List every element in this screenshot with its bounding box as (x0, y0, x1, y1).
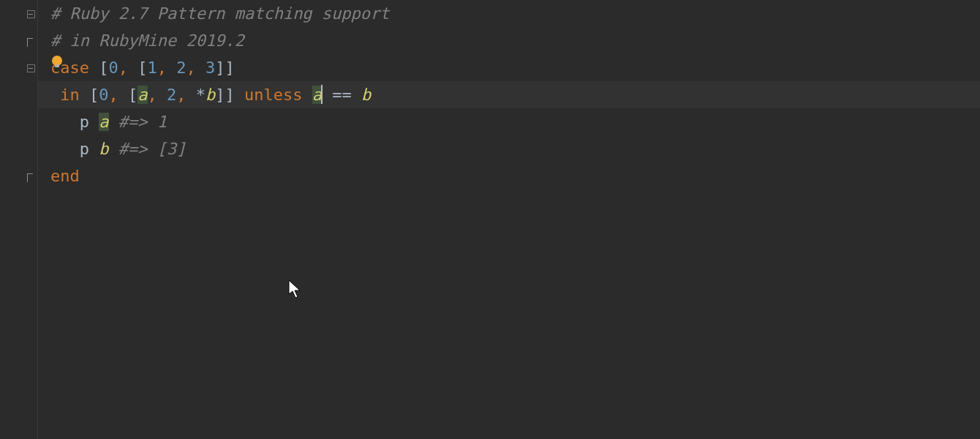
code-area[interactable]: # Ruby 2.7 Pattern matching support # in… (38, 0, 980, 439)
pattern-var-b: b (206, 86, 215, 104)
code-line[interactable]: # Ruby 2.7 Pattern matching support (38, 0, 980, 27)
comment: #=> 1 (118, 113, 167, 131)
var-b: b (361, 86, 371, 104)
svg-rect-1 (55, 64, 59, 67)
code-line[interactable]: end (38, 162, 980, 190)
var-a: a (99, 113, 108, 131)
keyword-unless: unless (244, 86, 302, 104)
code-line[interactable]: p b #=> [3] (38, 135, 980, 162)
keyword-end: end (50, 167, 80, 185)
fold-minus-icon[interactable] (26, 9, 36, 19)
comment: # in RubyMine 2019.2 (50, 31, 244, 50)
intention-bulb-icon[interactable] (49, 54, 65, 70)
gutter (0, 0, 38, 439)
code-line[interactable]: p a #=> 1 (38, 108, 980, 135)
comment: #=> [3] (118, 140, 186, 158)
svg-point-0 (52, 56, 62, 66)
pattern-var-a: a (137, 86, 147, 104)
fold-end-icon[interactable] (26, 172, 36, 182)
method-p: p (80, 113, 89, 131)
keyword-in: in (60, 86, 80, 104)
mouse-cursor-icon (288, 279, 303, 300)
code-line-current[interactable]: in [0, [a, 2, *b]] unless a == b (38, 81, 980, 108)
code-line[interactable]: case [0, [1, 2, 3]] (38, 54, 980, 81)
var-b: b (99, 140, 108, 158)
fold-end-icon[interactable] (26, 37, 36, 47)
comment: # Ruby 2.7 Pattern matching support (50, 4, 390, 23)
code-editor[interactable]: # Ruby 2.7 Pattern matching support # in… (0, 0, 980, 439)
method-p: p (80, 140, 89, 158)
var-a: a (312, 86, 322, 104)
code-line[interactable]: # in RubyMine 2019.2 (38, 27, 980, 54)
fold-minus-icon[interactable] (26, 63, 36, 73)
